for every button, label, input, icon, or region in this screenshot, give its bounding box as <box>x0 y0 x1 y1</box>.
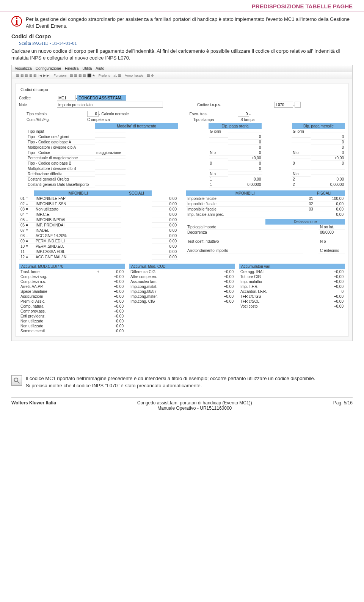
acc-row: Ass.nucleo fam.+0,00 <box>129 279 235 284</box>
magnifier-icon <box>11 375 22 386</box>
imp-row: Imponibile fiscale01100,00 <box>186 196 345 201</box>
acc-row: Non utilizzato+0,00 <box>19 319 125 324</box>
acc-row: Arretr. AA.PP.+0,00 <box>19 284 125 289</box>
imp-row: 02 =IMPONIBILE SSN0,00 <box>19 201 178 207</box>
tipost-label: Tipo stampa <box>193 118 214 122</box>
tipo-calc-desc: Calcolo normale <box>101 112 129 116</box>
acc-row: Imp.cong. CIG+0,00 <box>129 299 235 304</box>
info-callout: i Per la gestione del congedo straordina… <box>11 16 353 30</box>
toolbar[interactable]: ▦ ▦ ▦ ▦ ▦ | ◀ ▶ ▶| Funzioni ▦ ▦ ▦ ▦ ⬛ ★ … <box>12 72 352 79</box>
footer-right: Pag. 5/16 <box>333 400 353 411</box>
toolbar-icons[interactable]: ▦ ▦ ▦ ▦ ▦ | ◀ ▶ ▶| <box>16 74 51 77</box>
menu-item[interactable]: Configurazione <box>36 66 61 71</box>
panel-title: Codici di corpo <box>19 86 345 93</box>
info-icon: i <box>11 16 22 27</box>
acc-row: Comp. natura+0,00 <box>19 304 125 309</box>
imp-row: 03 =Non utilizzato0,00 <box>19 207 178 212</box>
decorr-v: 00/0000 <box>318 230 345 235</box>
acc-row: Trasf. lorde+0,00 <box>19 269 125 274</box>
imp-h1: IMPONIBILI <box>34 190 121 196</box>
inps-input[interactable] <box>274 102 293 108</box>
toolbar-btns[interactable]: ▦ ▦ ▦ ▦ ⬛ ★ <box>70 74 96 77</box>
imp-row: 08 =ACC.GNF 14.20%0,00 <box>19 233 178 239</box>
param-row: Tipo - Codice dato base B 00 00 <box>27 161 345 166</box>
param-row: Costanti generali Ore/gg 10,00 20,00 <box>27 177 345 182</box>
note-label: Note <box>19 103 57 107</box>
tipo-calc-label: Tipo calcolo <box>27 112 87 116</box>
acc-row: Assicurazioni+0,00 <box>19 294 125 299</box>
paragraph: Caricare un nuovo codice di corpo per il… <box>11 48 353 61</box>
param-row: Tipo - Codicemaggiorazione N o0 N o0 <box>27 150 345 156</box>
hdr-mod: Modalita' di trattamento <box>95 123 178 129</box>
detass-hdr: Detassazione <box>265 219 345 225</box>
test: Test coeff. riduttivo <box>186 239 303 244</box>
acc-row: Comp.terzi n.s.+0,00 <box>19 279 125 284</box>
footer-c1: Congedo assist.fam. portatori di handica… <box>137 400 252 406</box>
tip-imp: Tipologia importo <box>186 225 303 230</box>
inps-label: Codice i.n.p.s. <box>197 103 221 107</box>
section-heading: Codici di Corpo <box>11 33 353 39</box>
acc-h2: Accumul. Mod. CUD <box>129 264 235 269</box>
imp-row: 11 =IMP.CASSA EDIL0,00 <box>19 249 178 255</box>
page-footer: Wolters Kluwer Italia Congedo assist.fam… <box>11 398 353 413</box>
toolbar-pref: Preferiti <box>99 74 110 77</box>
param-row: Percentuale di maggiorazione +0,00 +0,00 <box>27 156 345 161</box>
acc-row: Imp.cong.mater.+0,00 <box>129 294 235 299</box>
menu-item[interactable]: Aiuto <box>96 66 104 71</box>
hdr-mens: Dip. paga mensile <box>292 123 345 129</box>
acc-row: TFR c/CIGS+0,00 <box>239 294 345 299</box>
acc-row: Somme esenti+0,00 <box>19 329 125 333</box>
acc-h1: Accumul. MOD.CUD/770 <box>19 264 125 269</box>
note-input[interactable] <box>57 102 163 108</box>
param-row: Tipo input G iorni G iorni <box>27 129 345 134</box>
param-row: Tipo - Codice dato base A 0 0 <box>27 140 345 145</box>
menu-item[interactable]: Visualizza <box>15 66 32 71</box>
acc-row: Imp.cong.malat.+0,00 <box>129 284 235 289</box>
imp-h2: SOCIALI <box>121 190 152 196</box>
hdr-or: Dip. paga oraria <box>209 123 262 129</box>
imp-row: 01 =IMPONIBILE FAP0,00 <box>19 196 178 201</box>
esen-label: Esen. tras. <box>190 112 208 116</box>
svg-point-0 <box>14 378 18 382</box>
imp-h3: IMPONIBILI <box>186 190 303 196</box>
esen-input[interactable] <box>238 111 249 117</box>
test-v: N o <box>318 239 345 244</box>
tipost-val: S tampa <box>240 118 254 122</box>
codice-desc-input[interactable] <box>77 95 126 101</box>
footer-c2: Manuale Operativo - UR1511160000 <box>137 406 252 411</box>
toolbar-end[interactable]: ▦ ⊕ <box>147 74 154 77</box>
inps-ext[interactable] <box>295 102 301 108</box>
acc-row: Imp. malattia+0,00 <box>239 279 345 284</box>
note-text-1: Il codice MC1 riportato nell'immagine pr… <box>26 375 315 382</box>
imp-row: Imponibile fiscale020,00 <box>186 201 345 207</box>
tipo-calc-input[interactable] <box>87 111 99 117</box>
acc-row: Differenza CIG+0,00 <box>129 269 235 274</box>
imp-row: 06 =IMP. PREVINDAI0,00 <box>19 223 178 228</box>
com-label: Com./Rit./Fig. <box>27 118 87 122</box>
param-row: Moltiplicatore / divisore d.b A 0 0 <box>27 145 345 150</box>
acc-row: Altre competen.+0,00 <box>129 274 235 279</box>
menu-item[interactable]: Finestra <box>65 66 78 71</box>
svg-line-1 <box>18 382 20 384</box>
codice-label: Codice <box>19 96 57 100</box>
imp-row: 09 =PERM.IND.EDILI0,00 <box>19 239 178 244</box>
acc-row: TFR c/SOL+0,00 <box>239 299 345 304</box>
imp-row: Imp. fiscale anni prec.0,00 <box>186 212 345 217</box>
toolbar-user-icon[interactable]: aL ▦ <box>113 74 122 77</box>
acc-row: Premi di Assic.+0,00 <box>19 299 125 304</box>
tip-imp-v: N on int. <box>318 225 345 230</box>
sub-heading: Scelta PAGHE - 31-14-01-01 <box>19 40 353 46</box>
footer-left: Wolters Kluwer Italia <box>11 400 56 411</box>
menu-item[interactable]: Utilità <box>82 66 92 71</box>
page-header: PREDISPOSIZIONE TABELLE PAGHE <box>0 0 364 11</box>
codice-input[interactable] <box>57 95 76 101</box>
imp-row: Imponibile fiscale030,00 <box>186 207 345 212</box>
acc-row: Accanton.T.F.R.0 <box>239 289 345 294</box>
param-row: Moltiplicatore / divisore d.b B 0 <box>27 166 345 171</box>
toolbar-fiscale: Anno fiscale <box>125 74 143 77</box>
arrot: Arrotondamento importo <box>186 248 303 253</box>
app-screenshot: VisualizzaConfigurazioneFinestraUtilitàA… <box>11 65 353 341</box>
info-text: Per la gestione del congedo straordinari… <box>26 16 353 30</box>
param-row: Retribuzione differita N o N o <box>27 171 345 177</box>
menubar[interactable]: VisualizzaConfigurazioneFinestraUtilitàA… <box>12 65 352 72</box>
